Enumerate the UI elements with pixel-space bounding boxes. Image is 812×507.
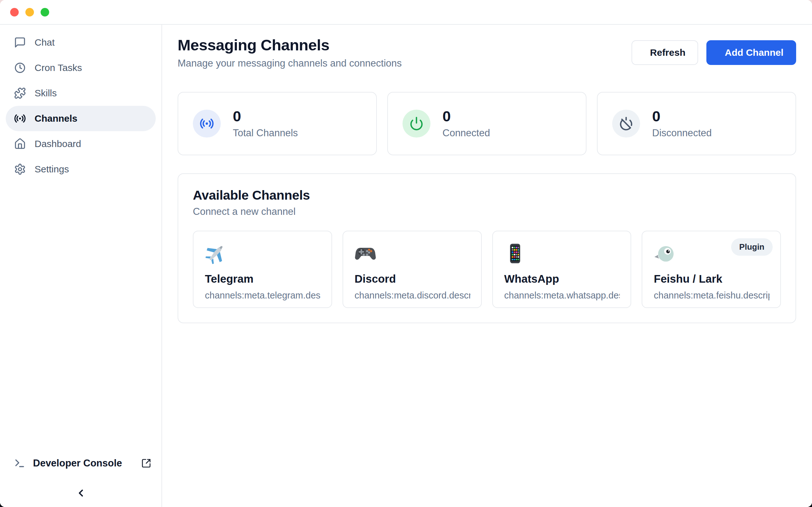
sidebar: Chat Cron Tasks Skills Channels Dashboar… <box>0 25 162 507</box>
stat-value: 0 <box>233 108 298 124</box>
sidebar-item-dashboard[interactable]: Dashboard <box>6 131 156 157</box>
developer-console-link[interactable]: Developer Console <box>6 454 156 473</box>
available-channels-section: Available Channels Connect a new channel… <box>177 173 796 323</box>
stats-row: 0 Total Channels 0 Connected 0 Disconnec… <box>177 92 796 155</box>
stat-value: 0 <box>652 108 712 124</box>
chat-bubble-icon <box>14 37 26 49</box>
stat-card-total-channels: 0 Total Channels <box>177 92 377 155</box>
clock-icon <box>14 62 26 74</box>
airplane-emoji <box>205 243 321 264</box>
sidebar-nav: Chat Cron Tasks Skills Channels Dashboar… <box>6 30 156 182</box>
sidebar-item-skills[interactable]: Skills <box>6 80 156 106</box>
stat-value: 0 <box>443 108 490 124</box>
stat-card-connected: 0 Connected <box>387 92 587 155</box>
developer-console-label: Developer Console <box>33 458 122 469</box>
sidebar-footer: Developer Console <box>6 454 156 499</box>
add-channel-button-label: Add Channel <box>725 47 783 58</box>
chevron-left-icon[interactable] <box>75 487 87 499</box>
channel-card-feishu-lark[interactable]: Plugin Feishu / Lark channels:meta.feish… <box>642 231 781 308</box>
channel-card-discord[interactable]: Discord channels:meta.discord.descriptio… <box>343 231 482 308</box>
stat-card-disconnected: 0 Disconnected <box>597 92 796 155</box>
broadcast-icon <box>200 116 214 131</box>
channel-description: channels:meta.telegram.description <box>205 290 321 301</box>
titlebar <box>0 0 812 25</box>
sidebar-item-label: Cron Tasks <box>35 62 82 73</box>
app-body: Chat Cron Tasks Skills Channels Dashboar… <box>0 25 812 507</box>
stat-label: Total Channels <box>233 127 298 139</box>
traffic-light-minimize[interactable] <box>26 8 34 16</box>
channel-description: channels:meta.feishu.description <box>654 290 769 301</box>
stat-label: Connected <box>443 127 490 139</box>
sidebar-item-cron-tasks[interactable]: Cron Tasks <box>6 55 156 80</box>
power-icon <box>409 116 424 131</box>
refresh-button-label: Refresh <box>650 47 686 58</box>
channel-description: channels:meta.whatsapp.description <box>504 290 620 301</box>
channel-card-whatsapp[interactable]: WhatsApp channels:meta.whatsapp.descript… <box>492 231 631 308</box>
app-window: Chat Cron Tasks Skills Channels Dashboar… <box>0 0 812 507</box>
power-off-icon <box>619 116 633 131</box>
channel-card-telegram[interactable]: Telegram channels:meta.telegram.descript… <box>193 231 332 308</box>
traffic-light-zoom[interactable] <box>41 8 49 16</box>
puzzle-icon <box>14 87 26 99</box>
sidebar-item-label: Channels <box>35 113 78 124</box>
mobile-phone-emoji <box>504 243 620 264</box>
available-channels-subtitle: Connect a new channel <box>193 206 781 217</box>
gear-icon <box>14 163 26 175</box>
terminal-icon <box>14 458 26 469</box>
page-header: Messaging Channels Manage your messaging… <box>177 36 796 69</box>
channel-description: channels:meta.discord.description <box>355 290 470 301</box>
sidebar-item-settings[interactable]: Settings <box>6 157 156 182</box>
broadcast-icon <box>14 112 26 124</box>
add-channel-button[interactable]: Add Channel <box>706 40 796 65</box>
stat-label: Disconnected <box>652 127 712 139</box>
refresh-button[interactable]: Refresh <box>631 40 698 65</box>
channel-name: Telegram <box>205 273 321 285</box>
sidebar-item-channels[interactable]: Channels <box>6 106 156 131</box>
traffic-light-close[interactable] <box>10 8 19 16</box>
channel-name: Discord <box>355 273 470 285</box>
page-subtitle: Manage your messaging channels and conne… <box>177 58 402 69</box>
page-title: Messaging Channels <box>177 36 402 54</box>
sidebar-item-label: Settings <box>35 164 69 175</box>
sidebar-item-chat[interactable]: Chat <box>6 30 156 55</box>
home-icon <box>14 138 26 150</box>
channel-plugin-badge: Plugin <box>731 238 773 256</box>
channel-grid: Telegram channels:meta.telegram.descript… <box>193 231 781 308</box>
main-content: Messaging Channels Manage your messaging… <box>162 25 812 507</box>
traffic-lights <box>10 8 49 16</box>
channel-name: Feishu / Lark <box>654 273 769 285</box>
external-link-icon <box>141 458 151 468</box>
game-controller-emoji <box>355 243 470 264</box>
sidebar-item-label: Chat <box>35 37 55 48</box>
sidebar-item-label: Dashboard <box>35 138 81 149</box>
available-channels-title: Available Channels <box>193 188 781 203</box>
channel-name: WhatsApp <box>504 273 620 285</box>
sidebar-item-label: Skills <box>35 88 57 99</box>
